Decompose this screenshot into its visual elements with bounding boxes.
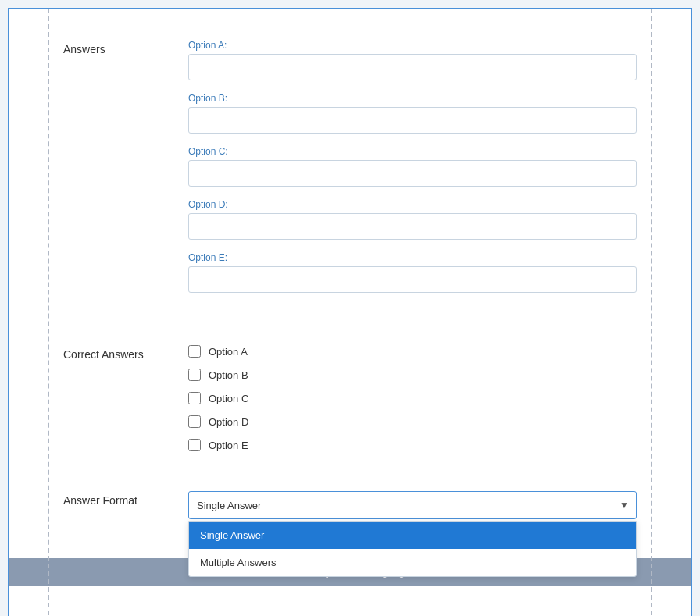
answer-format-select-wrapper: Single Answer Multiple Answers ▼ Single … — [188, 491, 637, 519]
answers-fields: Option A: Option B: Option C: Option D: — [188, 40, 637, 305]
correct-answers-checkboxes: Option A Option B Option C Option D — [188, 345, 637, 451]
section-divider-2 — [63, 475, 637, 475]
option-a-input[interactable] — [188, 54, 637, 80]
checkbox-c[interactable] — [188, 392, 201, 404]
checkbox-item-a: Option A — [188, 345, 637, 358]
page-container: Answers Option A: Option B: Option C: — [8, 8, 692, 616]
checkbox-item-d: Option D — [188, 415, 637, 428]
answer-format-label: Answer Format — [63, 491, 188, 507]
checkbox-b[interactable] — [188, 369, 201, 381]
correct-answers-section: Correct Answers Option A Option B Option… — [63, 345, 637, 467]
checkbox-c-label: Option C — [209, 393, 248, 404]
option-e-label: Option E: — [188, 252, 637, 263]
answer-format-content: Single Answer Multiple Answers ▼ Single … — [188, 491, 637, 519]
option-d-input[interactable] — [188, 213, 637, 240]
checkbox-group: Option A Option B Option C Option D — [188, 345, 637, 451]
option-e-input[interactable] — [188, 266, 637, 293]
option-d-label: Option D: — [188, 199, 637, 210]
checkbox-e[interactable] — [188, 439, 201, 451]
dashed-border-right — [651, 9, 652, 616]
answer-format-select[interactable]: Single Answer Multiple Answers — [188, 491, 637, 519]
checkbox-d-label: Option D — [209, 416, 248, 428]
checkbox-b-label: Option B — [209, 369, 248, 381]
option-c-input[interactable] — [188, 160, 637, 187]
option-b-label: Option B: — [188, 93, 637, 104]
option-e-group: Option E: — [188, 252, 637, 293]
checkbox-item-b: Option B — [188, 369, 637, 381]
answer-format-section: Answer Format Single Answer Multiple Ans… — [63, 491, 637, 519]
checkbox-a-label: Option A — [209, 346, 248, 358]
option-a-group: Option A: — [188, 40, 637, 80]
dropdown-item-single[interactable]: Single Answer — [189, 522, 636, 549]
dropdown-item-multiple[interactable]: Multiple Answers — [189, 549, 636, 576]
option-c-label: Option C: — [188, 146, 637, 157]
option-b-input[interactable] — [188, 107, 637, 134]
dropdown-menu: Single Answer Multiple Answers — [188, 521, 637, 577]
option-c-group: Option C: — [188, 146, 637, 187]
main-content: Answers Option A: Option B: Option C: — [63, 24, 637, 543]
section-divider-1 — [63, 329, 637, 329]
option-a-label: Option A: — [188, 40, 637, 51]
answers-label: Answers — [63, 40, 188, 55]
correct-answers-label: Correct Answers — [63, 345, 188, 361]
dashed-border-left — [48, 9, 49, 616]
checkbox-a[interactable] — [188, 345, 201, 358]
checkbox-item-e: Option E — [188, 439, 637, 451]
option-d-group: Option D: — [188, 199, 637, 240]
option-b-group: Option B: — [188, 93, 637, 134]
answers-section: Answers Option A: Option B: Option C: — [63, 40, 637, 321]
checkbox-item-c: Option C — [188, 392, 637, 404]
checkbox-e-label: Option E — [209, 440, 248, 451]
checkbox-d[interactable] — [188, 415, 201, 428]
